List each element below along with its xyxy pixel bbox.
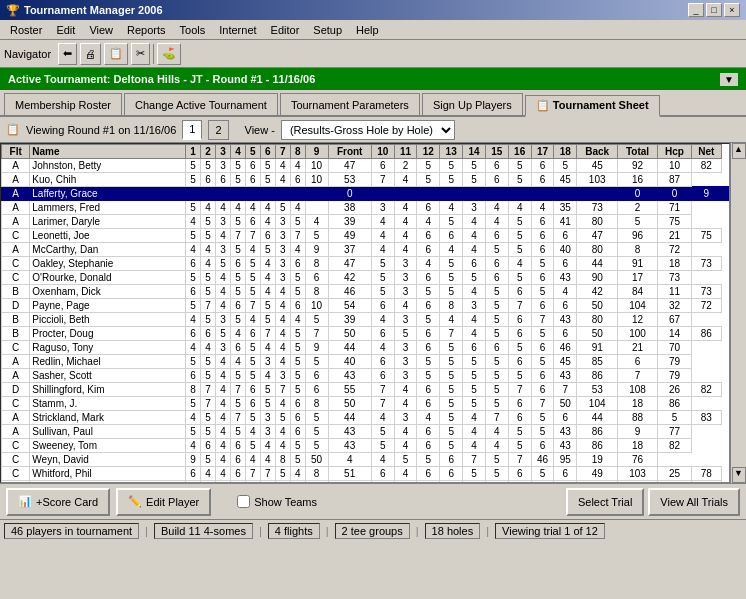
table-row[interactable]: CLeonetti, Joe55477637549446646566479621…: [2, 229, 729, 243]
tab-3[interactable]: Sign Up Players: [422, 93, 523, 115]
menu-item-tools[interactable]: Tools: [174, 23, 212, 37]
menu-item-roster[interactable]: Roster: [4, 23, 48, 37]
col-header-3: 3: [215, 145, 230, 159]
edit-player-icon: ✏️: [128, 495, 142, 508]
edit-player-button[interactable]: ✏️ Edit Player: [116, 488, 211, 516]
active-tournament-bar: Active Tournament: Deltona Hills - JT - …: [0, 68, 746, 90]
minimize-button[interactable]: _: [688, 3, 704, 17]
menu-item-editor[interactable]: Editor: [265, 23, 306, 37]
col-header-2: 2: [201, 145, 216, 159]
col-header-name: Name: [30, 145, 186, 159]
col-header-17: 17: [531, 145, 554, 159]
show-teams-checkbox[interactable]: [237, 495, 250, 508]
trial-buttons: Select Trial View All Trials: [566, 488, 740, 516]
table-body: AJohnston, Betty553565441047625556565459…: [2, 159, 729, 484]
col-header-hcp: Hcp: [658, 145, 692, 159]
table-row[interactable]: CRaguso, Tony443654459444365665646912170: [2, 341, 729, 355]
table-row[interactable]: AJohnston, Betty553565441047625556565459…: [2, 159, 729, 173]
table-row[interactable]: BPiccioli, Beth4535454453943544567438012…: [2, 313, 729, 327]
title-bar: 🏆 Tournament Manager 2006 _ □ ×: [0, 0, 746, 20]
table-row[interactable]: CSweeney, Tom464654455435465445643861882: [2, 439, 729, 453]
tab-4[interactable]: 📋 Tournament Sheet: [525, 95, 660, 117]
show-teams-label: Show Teams: [254, 496, 317, 508]
tab-2[interactable]: Tournament Parameters: [280, 93, 420, 115]
col-header-5: 5: [245, 145, 260, 159]
col-header-6: 6: [260, 145, 275, 159]
round-viewing-icon: 📋: [6, 123, 20, 136]
app-title: Tournament Manager 2006: [24, 4, 163, 16]
col-header-back: Back: [577, 145, 618, 159]
edit-player-label: Edit Player: [146, 496, 199, 508]
col-header-9: 9: [305, 145, 328, 159]
col-header-flt: Flt: [2, 145, 30, 159]
table-row[interactable]: BProcter, Doug66546745750656745656501001…: [2, 327, 729, 341]
table-row[interactable]: BOxenham, Dick65455445846535545654428411…: [2, 285, 729, 299]
scrollbar[interactable]: ▲ ▼: [730, 143, 746, 483]
status-flights: 4 flights: [268, 523, 320, 539]
view-select[interactable]: (Results-Gross Hole by Hole) Results-Net…: [281, 120, 455, 140]
score-card-button[interactable]: 📊 +Score Card: [6, 488, 110, 516]
menu-item-setup[interactable]: Setup: [307, 23, 348, 37]
table-row[interactable]: ALarimer, Daryle453564354394445445641805…: [2, 215, 729, 229]
table-row[interactable]: CYancey, Joel744775455487466555654997227…: [2, 481, 729, 484]
maximize-button[interactable]: □: [706, 3, 722, 17]
round-bar: 📋 Viewing Round #1 on 11/16/06 1 2 View …: [0, 117, 746, 143]
app-icon: 🏆: [6, 4, 20, 17]
table-row[interactable]: ALafferty, Grace0009: [2, 187, 729, 201]
close-button[interactable]: ×: [724, 3, 740, 17]
toolbar-btn-golf[interactable]: ⛳: [157, 43, 181, 65]
col-header-10: 10: [371, 145, 394, 159]
table-row[interactable]: COakley, Stephanie6456543684753456645644…: [2, 257, 729, 271]
col-header-13: 13: [440, 145, 463, 159]
score-card-label: +Score Card: [36, 496, 98, 508]
select-trial-label: Select Trial: [578, 496, 632, 508]
col-header-1: 1: [186, 145, 201, 159]
table-row[interactable]: DShillingford, Kim8747657565574655576753…: [2, 383, 729, 397]
round-tab-1[interactable]: 1: [182, 120, 202, 140]
table-row[interactable]: AKuo, Chih56656546105374555656451031687: [2, 173, 729, 187]
table-row[interactable]: AMcCarthy, Dan44354534937446445564080872: [2, 243, 729, 257]
select-trial-button[interactable]: Select Trial: [566, 488, 644, 516]
status-players: 46 players in tournament: [4, 523, 139, 539]
menu-bar: RosterEditViewReportsToolsInternetEditor…: [0, 20, 746, 40]
view-all-trials-label: View All Trials: [660, 496, 728, 508]
table-row[interactable]: DPayne, Page5746754610546468357665010432…: [2, 299, 729, 313]
scores-table: FltName123456789Front101112131415161718B…: [1, 144, 729, 483]
tab-0[interactable]: Membership Roster: [4, 93, 122, 115]
score-card-icon: 📊: [18, 495, 32, 508]
tab-1[interactable]: Change Active Tournament: [124, 93, 278, 115]
menu-item-help[interactable]: Help: [350, 23, 385, 37]
table-row[interactable]: AStrickland, Mark45475356544434547656448…: [2, 411, 729, 425]
col-header-8: 8: [290, 145, 305, 159]
menu-item-internet[interactable]: Internet: [213, 23, 262, 37]
table-row[interactable]: ALammers, Fred5444445438346434443573271: [2, 201, 729, 215]
col-header-7: 7: [275, 145, 290, 159]
status-tee-groups: 2 tee groups: [335, 523, 410, 539]
table-row[interactable]: CWeyn, David95464485504455675746951976: [2, 453, 729, 467]
toolbar-btn-print[interactable]: 🖨: [80, 43, 101, 65]
table-row[interactable]: ARedlin, Michael554453455406355556545856…: [2, 355, 729, 369]
menu-item-reports[interactable]: Reports: [121, 23, 172, 37]
toolbar: Navigator ⬅ 🖨 📋 ✂ ⛳: [0, 40, 746, 68]
table-row[interactable]: CWhitford, Phil6446775485164665565649103…: [2, 467, 729, 481]
menu-item-edit[interactable]: Edit: [50, 23, 81, 37]
viewing-label: Viewing Round #1 on 11/16/06: [26, 124, 176, 136]
table-row[interactable]: ASasher, Scott65455435643635555564386779: [2, 369, 729, 383]
col-header-12: 12: [417, 145, 440, 159]
navigator-label: Navigator: [4, 48, 51, 60]
toolbar-btn-1[interactable]: ⬅: [58, 43, 77, 65]
col-header-total: Total: [618, 145, 658, 159]
table-row[interactable]: CStamm, J.5745654685074655567501041886: [2, 397, 729, 411]
toolbar-btn-scissors[interactable]: ✂: [131, 43, 150, 65]
table-container[interactable]: FltName123456789Front101112131415161718B…: [0, 143, 730, 483]
table-row[interactable]: CO'Rourke, Donald55455435642536556564390…: [2, 271, 729, 285]
table-row[interactable]: ASullivan, Paul5545434654354654455438697…: [2, 425, 729, 439]
toolbar-btn-copy[interactable]: 📋: [104, 43, 128, 65]
table-wrapper: FltName123456789Front101112131415161718B…: [0, 143, 746, 483]
dropdown-icon: ▼: [720, 73, 738, 86]
round-tab-2[interactable]: 2: [208, 120, 228, 140]
menu-item-view[interactable]: View: [83, 23, 119, 37]
status-bar: 46 players in tournament | Build 11 4-so…: [0, 519, 746, 541]
view-all-trials-button[interactable]: View All Trials: [648, 488, 740, 516]
view-label: View -: [245, 124, 275, 136]
